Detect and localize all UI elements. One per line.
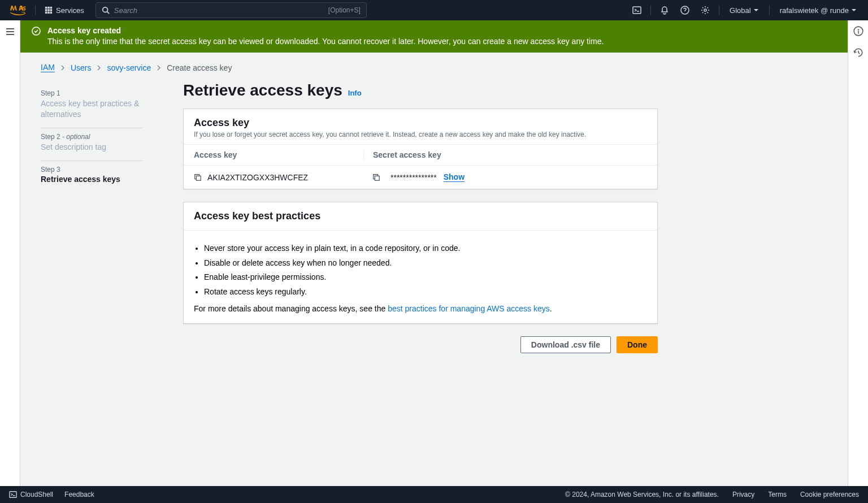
banner-title: Access key created xyxy=(47,26,836,35)
step-number: Step 3 xyxy=(41,166,142,174)
panel-title: Access key xyxy=(194,117,647,129)
cloudshell-button[interactable] xyxy=(627,6,647,15)
search-shortcut: [Option+S] xyxy=(328,6,361,14)
breadcrumb: IAM Users sovy-service Create access key xyxy=(20,53,848,77)
svg-rect-5 xyxy=(50,9,53,11)
history-panel-toggle[interactable] xyxy=(853,47,863,60)
more-prefix: For more details about managing access k… xyxy=(194,304,388,313)
access-key-value: AKIA2XTIZOGXX3HWCFEZ xyxy=(207,173,308,182)
services-label: Services xyxy=(56,6,84,15)
banner-text: This is the only time that the secret ac… xyxy=(47,37,836,46)
services-menu[interactable]: Services xyxy=(39,6,90,15)
footer-cloudshell-button[interactable]: CloudShell xyxy=(9,491,53,498)
chevron-right-icon xyxy=(97,64,101,71)
settings-button[interactable] xyxy=(695,6,715,15)
info-link[interactable]: Info xyxy=(348,89,362,97)
left-drawer-toggle xyxy=(0,20,20,486)
check-circle-icon xyxy=(32,27,41,36)
menu-toggle-button[interactable] xyxy=(3,25,17,40)
help-button[interactable] xyxy=(675,6,695,15)
svg-rect-0 xyxy=(45,7,47,9)
step-optional-text: - optional xyxy=(60,133,90,141)
best-practice-item: Rotate access keys regularly. xyxy=(204,287,647,298)
chevron-right-icon xyxy=(157,64,161,71)
panel-subtitle: If you lose or forget your secret access… xyxy=(194,131,647,138)
column-header-access-key: Access key xyxy=(194,150,363,159)
region-label: Global xyxy=(730,6,751,15)
svg-rect-4 xyxy=(47,9,50,11)
svg-rect-8 xyxy=(50,12,53,14)
grid-icon xyxy=(45,6,53,14)
best-practice-item: Enable least-privilege permissions. xyxy=(204,272,647,283)
separator xyxy=(35,5,36,15)
step-number-text: Step 2 xyxy=(41,133,60,141)
search-input[interactable] xyxy=(114,6,328,15)
region-selector[interactable]: Global xyxy=(723,6,766,15)
footer-terms-link[interactable]: Terms xyxy=(768,491,787,498)
done-button[interactable]: Done xyxy=(617,336,658,353)
svg-line-10 xyxy=(107,12,109,14)
copy-access-key-button[interactable] xyxy=(194,174,202,181)
svg-point-21 xyxy=(858,29,858,30)
access-key-panel: Access key If you lose or forget your se… xyxy=(183,109,658,189)
panel-title: Access key best practices xyxy=(194,210,647,222)
search-box[interactable]: [Option+S] xyxy=(96,2,367,18)
svg-point-9 xyxy=(103,7,108,12)
caret-down-icon xyxy=(851,7,857,13)
svg-rect-19 xyxy=(375,176,379,180)
column-header-secret-key: Secret access key xyxy=(363,150,647,159)
chevron-right-icon xyxy=(60,64,65,71)
wizard-step-3: Step 3 Retrieve access keys xyxy=(41,161,142,192)
svg-point-13 xyxy=(704,9,706,11)
show-secret-button[interactable]: Show xyxy=(444,172,465,182)
footer: CloudShell Feedback © 2024, Amazon Web S… xyxy=(0,486,868,503)
copy-secret-key-button[interactable] xyxy=(372,174,380,181)
footer-cookie-link[interactable]: Cookie preferences xyxy=(800,491,859,498)
success-flashbar: Access key created This is the only time… xyxy=(20,20,848,53)
svg-rect-6 xyxy=(45,12,47,14)
footer-feedback-link[interactable]: Feedback xyxy=(64,491,94,498)
step-title: Set description tag xyxy=(41,142,142,153)
svg-rect-2 xyxy=(50,7,53,9)
wizard-steps: Step 1 Access key best practices & alter… xyxy=(41,77,142,353)
step-number: Step 2 - optional xyxy=(41,133,142,141)
account-label: rafalswietek @ runde xyxy=(780,6,849,15)
caret-down-icon xyxy=(753,7,759,13)
step-title: Access key best practices & alternatives xyxy=(41,98,142,120)
wizard-step-1: Step 1 Access key best practices & alter… xyxy=(41,85,142,128)
account-menu[interactable]: rafalswietek @ runde xyxy=(773,6,863,15)
separator xyxy=(719,5,719,15)
svg-rect-18 xyxy=(196,176,201,180)
best-practices-docs-link[interactable]: best practices for managing AWS access k… xyxy=(388,304,550,313)
footer-copyright: © 2024, Amazon Web Services, Inc. or its… xyxy=(565,491,719,498)
breadcrumb-user[interactable]: sovy-service xyxy=(107,63,151,72)
right-tool-rail xyxy=(848,20,868,486)
svg-rect-3 xyxy=(45,9,47,11)
cloudshell-label: CloudShell xyxy=(20,491,53,498)
best-practices-more: For more details about managing access k… xyxy=(194,304,647,313)
aws-logo[interactable] xyxy=(5,6,32,15)
step-number: Step 1 xyxy=(41,89,142,97)
search-icon xyxy=(102,6,110,14)
notifications-button[interactable] xyxy=(654,6,675,15)
separator xyxy=(769,5,770,15)
page-title: Retrieve access keys xyxy=(183,81,342,99)
step-title: Retrieve access keys xyxy=(41,175,142,184)
best-practice-item: Disable or delete access key when no lon… xyxy=(204,258,647,269)
help-panel-toggle[interactable] xyxy=(853,26,863,38)
download-csv-button[interactable]: Download .csv file xyxy=(520,336,611,353)
svg-rect-7 xyxy=(47,12,50,14)
top-navigation: Services [Option+S] Global rafalswietek … xyxy=(0,0,868,20)
breadcrumb-current: Create access key xyxy=(167,63,232,72)
breadcrumb-iam[interactable]: IAM xyxy=(41,63,55,72)
secret-key-mask: *************** xyxy=(390,173,437,182)
svg-rect-1 xyxy=(47,7,50,9)
wizard-step-2: Step 2 - optional Set description tag xyxy=(41,128,142,161)
breadcrumb-users[interactable]: Users xyxy=(71,63,92,72)
separator xyxy=(650,5,651,15)
best-practices-panel: Access key best practices Never store yo… xyxy=(183,202,658,324)
best-practice-item: Never store your access key in plain tex… xyxy=(204,243,647,254)
more-suffix: . xyxy=(550,304,552,313)
footer-privacy-link[interactable]: Privacy xyxy=(732,491,754,498)
